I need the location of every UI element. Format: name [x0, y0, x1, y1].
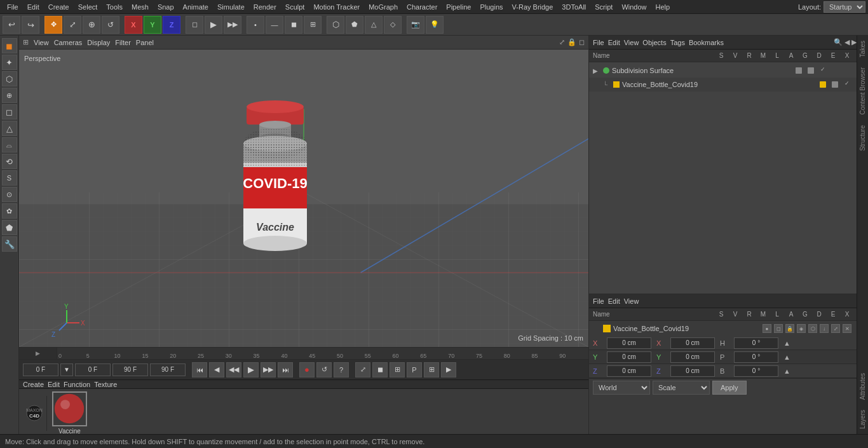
obj-arrow-fwd-icon[interactable]: ▶ [851, 38, 857, 46]
scale-dropdown[interactable]: Scale [653, 381, 710, 395]
anim-path-btn[interactable]: ⊞ [390, 362, 405, 377]
sidebar-btn-11[interactable]: ✿ [2, 203, 17, 219]
menu-motion-tracker[interactable]: Motion Tracker [309, 2, 364, 12]
snapping-button[interactable]: ⬡ [327, 16, 344, 34]
viewport-tab-view[interactable]: View [34, 39, 49, 46]
point-mode[interactable]: • [247, 16, 264, 34]
menu-edit[interactable]: Edit [23, 2, 44, 12]
tab-content-browser[interactable]: Content Browser [858, 62, 867, 119]
coord-p-arrow[interactable]: ▲ [783, 353, 790, 361]
menu-mesh[interactable]: Mesh [127, 2, 153, 12]
obj-search-icon[interactable]: 🔍 [834, 38, 843, 46]
menu-sculpt[interactable]: Sculpt [281, 2, 309, 12]
attr-icon-2[interactable]: ◻ [774, 324, 783, 333]
sidebar-btn-13[interactable]: 🔧 [2, 236, 17, 252]
loop-button[interactable]: ↺ [316, 362, 332, 377]
sidebar-btn-1[interactable]: ◼ [2, 38, 17, 53]
quantize-snap[interactable]: ◇ [384, 16, 402, 34]
render-preview-btn[interactable]: ▶ [441, 362, 456, 377]
sidebar-btn-6[interactable]: △ [2, 121, 17, 136]
menu-render[interactable]: Render [249, 2, 281, 12]
snap-all[interactable]: ⬟ [346, 16, 363, 34]
sidebar-btn-5[interactable]: ◻ [2, 104, 17, 119]
coord-z-size[interactable]: 0 cm [670, 365, 715, 377]
menu-vray[interactable]: V-Ray Bridge [508, 2, 558, 12]
play-button[interactable]: ▶ [243, 362, 259, 377]
auto-key-button[interactable]: ? [334, 362, 349, 377]
menu-3dtoall[interactable]: 3DToAll [557, 2, 590, 12]
viewport-tab-filter[interactable]: Filter [115, 39, 130, 46]
obj-tags-btn[interactable]: Tags [670, 39, 685, 46]
apply-button[interactable]: Apply [712, 381, 747, 395]
rotate-button[interactable]: ↺ [102, 16, 119, 34]
menu-tools[interactable]: Tools [102, 2, 127, 12]
uv-mode[interactable]: ⊞ [304, 16, 322, 34]
mat-edit-btn[interactable]: Edit [48, 381, 60, 388]
sidebar-btn-10[interactable]: ⊙ [2, 187, 17, 202]
sidebar-btn-12[interactable]: ⬟ [2, 220, 17, 235]
frame-end2-field[interactable]: 90 F [150, 363, 186, 376]
grid-btn[interactable]: ⊞ [424, 362, 439, 377]
attr-icon-6[interactable]: ↓ [820, 324, 829, 333]
menu-plugins[interactable]: Plugins [475, 2, 507, 12]
sidebar-btn-7[interactable]: ⌓ [2, 137, 17, 153]
sidebar-btn-2[interactable]: ✦ [2, 55, 17, 70]
material-thumbnail[interactable]: Vaccine [52, 391, 87, 434]
sidebar-btn-4[interactable]: ⊕ [2, 88, 17, 103]
undo-button[interactable]: ↩ [3, 16, 20, 34]
coord-h-arrow[interactable]: ▲ [783, 339, 790, 347]
layout-select[interactable]: Startup [824, 1, 865, 13]
viewport[interactable]: Perspective [19, 50, 588, 347]
coord-b-rot[interactable]: 0 ° [734, 365, 778, 377]
obj-file-btn[interactable]: File [593, 39, 604, 46]
menu-pipeline[interactable]: Pipeline [442, 2, 475, 12]
coord-z-pos[interactable]: 0 cm [607, 365, 651, 377]
play-back-button[interactable]: ◀◀ [226, 362, 241, 377]
menu-select[interactable]: Select [74, 2, 102, 12]
z-axis-button[interactable]: Z [163, 16, 180, 34]
obj-subdivision-item[interactable]: ▶ Subdivision Surface ✓ [589, 64, 868, 78]
frame-start-field[interactable]: 0 F [23, 363, 58, 376]
tab-structure[interactable]: Structure [858, 120, 867, 156]
viewport-tab-cameras[interactable]: Cameras [54, 39, 83, 46]
attr-edit-btn[interactable]: Edit [608, 297, 620, 305]
render-button[interactable]: ▶▶ [224, 16, 241, 34]
camera-obj[interactable]: 📷 [407, 16, 424, 34]
redo-button[interactable]: ↩ [22, 16, 39, 34]
attr-file-btn[interactable]: File [593, 297, 604, 305]
obj-edit-btn[interactable]: Edit [608, 39, 620, 46]
tab-takes[interactable]: Takes [858, 36, 867, 62]
coord-p-rot[interactable]: 0 ° [734, 351, 778, 363]
obj-bookmarks-btn[interactable]: Bookmarks [689, 39, 724, 46]
coord-b-arrow[interactable]: ▲ [783, 367, 790, 375]
coord-y-pos[interactable]: 0 cm [607, 351, 651, 363]
skip-end-button[interactable]: ⏭ [278, 362, 293, 377]
viewport-tab-display[interactable]: Display [87, 39, 110, 46]
attr-icon-3[interactable]: 🔒 [785, 324, 794, 333]
select-live-button[interactable]: ✥ [44, 16, 62, 34]
coord-x-size[interactable]: 0 cm [670, 337, 715, 349]
skip-start-button[interactable]: ⏮ [192, 362, 207, 377]
attr-icon-7[interactable]: ⤢ [831, 324, 840, 333]
mat-texture-btn[interactable]: Texture [94, 381, 117, 388]
light-obj[interactable]: 💡 [426, 16, 444, 34]
polygon-mode-button[interactable]: ▶ [205, 16, 222, 34]
menu-animate[interactable]: Animate [179, 2, 213, 12]
sidebar-btn-8[interactable]: ⟲ [2, 154, 17, 169]
y-axis-button[interactable]: Y [144, 16, 161, 34]
tab-layers[interactable]: Layers [858, 405, 867, 434]
obj-vaccine-item[interactable]: └ Vaccine_Bottle_Covid19 ✓ [589, 78, 868, 92]
vp-icon-expand[interactable]: ⤢ [559, 38, 565, 46]
coord-x-pos[interactable]: 0 cm [607, 337, 651, 349]
attr-view-btn[interactable]: View [624, 297, 639, 305]
mat-function-btn[interactable]: Function [64, 381, 90, 388]
terrain-snap[interactable]: △ [365, 16, 383, 34]
menu-snap[interactable]: Snap [153, 2, 179, 12]
coord-y-size[interactable]: 0 cm [670, 351, 715, 363]
attr-icon-1[interactable]: ● [763, 324, 771, 333]
vp-icon-1[interactable]: ⊞ [23, 38, 29, 46]
play-mode-btn[interactable]: P [407, 362, 422, 377]
coord-h-rot[interactable]: 0 ° [734, 337, 778, 349]
tab-attributes[interactable]: Attributes [858, 368, 867, 405]
menu-file[interactable]: File [3, 2, 23, 12]
